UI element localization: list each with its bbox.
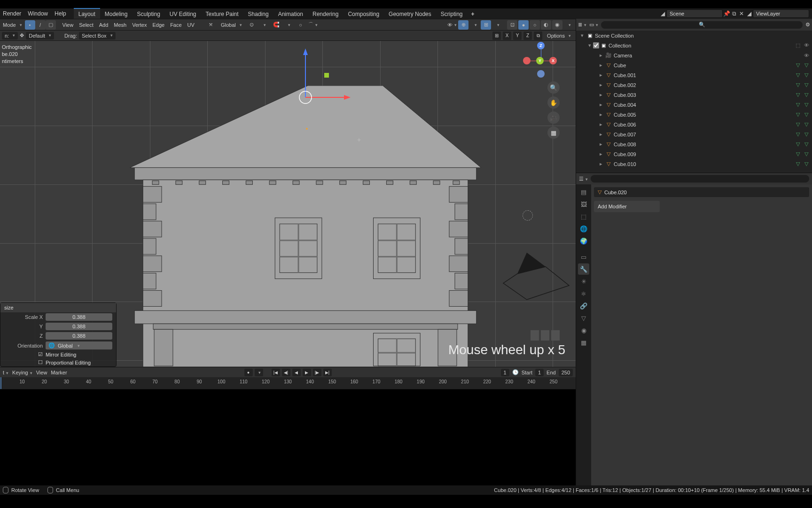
camera-object[interactable]: Camera <box>613 53 803 58</box>
data-icon[interactable]: ▽ <box>794 82 802 88</box>
tab-constraints-icon[interactable]: 🔗 <box>578 300 589 311</box>
axis-z[interactable]: Z <box>523 32 532 40</box>
viewlayer-browse-icon[interactable]: ◢ <box>745 9 753 18</box>
axis-x[interactable]: X <box>503 32 511 40</box>
gizmo-toggle-icon[interactable]: ⊕ <box>458 20 468 30</box>
zoom-icon[interactable]: 🔍 <box>547 81 560 94</box>
mesh-object[interactable]: Cube.002 <box>613 82 794 88</box>
transform-gizmo[interactable] <box>291 46 357 140</box>
pan-icon[interactable]: ✋ <box>547 96 560 109</box>
properties-editor-icon[interactable]: ☰ <box>579 176 588 182</box>
tab-add-workspace[interactable]: + <box>467 8 478 19</box>
autokey-dropdown-icon[interactable] <box>255 369 263 376</box>
menu-render[interactable]: Render <box>3 10 21 17</box>
tab-world-icon[interactable]: 🌍 <box>578 235 589 246</box>
clock-icon[interactable]: 🕓 <box>512 369 519 375</box>
scale-x-field[interactable]: 0.388 <box>46 313 112 321</box>
menu-help[interactable]: Help <box>55 10 66 17</box>
viewport-options[interactable]: Options <box>544 32 574 40</box>
shading-matprev-icon[interactable]: ◐ <box>541 20 551 30</box>
mesh-object[interactable]: Cube.008 <box>613 142 794 147</box>
gizmo-dropdown-icon[interactable] <box>469 20 480 30</box>
data-icon[interactable]: ▽ <box>794 92 802 98</box>
mesh-object[interactable]: Cube <box>613 63 794 68</box>
hide-icon[interactable]: ▽ <box>803 82 810 88</box>
disclosure-icon[interactable]: ▸ <box>598 131 604 137</box>
operator-title[interactable]: size <box>0 303 116 312</box>
gizmo-x-icon[interactable]: X <box>549 57 557 64</box>
gizmo-neg-x-icon[interactable] <box>523 57 531 64</box>
start-frame[interactable]: 1 <box>535 369 544 376</box>
disclosure-icon[interactable]: ▸ <box>598 161 604 167</box>
disclosure-icon[interactable]: ▸ <box>598 151 604 157</box>
tab-rendering[interactable]: Rendering <box>308 8 343 19</box>
data-icon[interactable]: ▽ <box>794 102 802 108</box>
visibility-icon[interactable]: 👁 <box>447 20 457 30</box>
timeline-marker-menu[interactable]: Marker <box>51 370 67 375</box>
disclosure-icon[interactable]: ▸ <box>598 141 604 147</box>
mode-selector[interactable]: Mode <box>0 21 25 29</box>
perspective-icon[interactable]: ▦ <box>547 127 560 139</box>
mesh-object[interactable]: Cube.005 <box>613 112 794 118</box>
playhead[interactable] <box>0 377 1 389</box>
scale-y-field[interactable]: 0.388 <box>46 323 112 330</box>
hide-icon[interactable]: ▽ <box>803 161 810 167</box>
tab-animation[interactable]: Animation <box>273 8 308 19</box>
mesh-object[interactable]: Cube.009 <box>613 151 794 157</box>
proportional-edit-icon[interactable]: ○ <box>296 20 306 30</box>
hide-icon[interactable]: ▽ <box>803 141 810 147</box>
timeline[interactable]: 1020304050607080901001101201301401501601… <box>0 377 576 389</box>
disclosure-icon[interactable]: ▸ <box>598 111 604 118</box>
select-mode-edge-icon[interactable]: / <box>35 20 46 30</box>
mirror-checkbox[interactable]: ☑ <box>4 351 43 357</box>
pivot-dropdown-icon[interactable] <box>259 20 269 30</box>
play-reverse-icon[interactable]: ◀ <box>292 369 301 376</box>
proportional-checkbox[interactable]: ☐ <box>4 359 43 365</box>
jump-start-icon[interactable]: |◀ <box>272 369 280 376</box>
drag-mode[interactable]: Select Box <box>79 32 116 40</box>
orientation-selector[interactable]: Global <box>218 21 245 29</box>
menu-uv[interactable]: UV <box>185 22 197 28</box>
gizmo-neg-z-icon[interactable] <box>537 70 545 78</box>
delete-scene-icon[interactable]: ✕ <box>738 9 745 18</box>
tool-preset-icon[interactable]: ✥ <box>20 32 24 39</box>
tab-particles-icon[interactable]: ✳ <box>578 276 589 287</box>
tab-viewlayer-icon[interactable]: ⬚ <box>578 211 589 222</box>
tab-sculpting[interactable]: Sculpting <box>132 8 164 19</box>
axis-y[interactable]: Y <box>513 32 522 40</box>
disclosure-icon[interactable]: ▸ <box>598 72 604 78</box>
data-icon[interactable]: ▽ <box>794 72 802 78</box>
outliner[interactable]: ▾ ▣ Scene Collection ▾ ▣ Collection ⬚👁 ▸… <box>576 31 812 173</box>
xray-icon[interactable]: ⊡ <box>507 20 517 30</box>
menu-window[interactable]: Window <box>28 10 48 17</box>
add-modifier-button[interactable]: Add Modifier <box>594 201 660 212</box>
outliner-editor-icon[interactable]: ≣ <box>578 22 586 28</box>
disclosure-icon[interactable]: ▸ <box>598 82 604 88</box>
viewlayer-field[interactable]: ViewLayer <box>753 9 809 18</box>
timeline-editor-icon[interactable]: t <box>3 370 8 375</box>
hide-icon[interactable]: ▽ <box>803 92 810 98</box>
overlay-toggle-icon[interactable]: ⊞ <box>481 20 491 30</box>
shading-solid-icon[interactable]: ● <box>518 20 529 30</box>
tab-scripting[interactable]: Scripting <box>436 8 468 19</box>
hide-icon[interactable]: ▽ <box>803 121 810 127</box>
tab-scene-icon[interactable]: 🌐 <box>578 223 589 234</box>
properties-search[interactable] <box>591 175 809 183</box>
disclosure-icon[interactable]: ▸ <box>598 62 604 68</box>
mesh-object[interactable]: Cube.003 <box>613 92 794 98</box>
shading-rendered-icon[interactable]: ◉ <box>552 20 562 30</box>
gizmo-y-icon[interactable]: Y <box>536 57 544 64</box>
disclosure-icon[interactable]: ▸ <box>598 92 604 98</box>
end-frame[interactable]: 250 <box>559 369 573 376</box>
hide-icon[interactable]: ▽ <box>803 62 810 68</box>
tab-geometry-nodes[interactable]: Geometry Nodes <box>384 8 436 19</box>
gizmo-z-icon[interactable]: Z <box>537 42 545 49</box>
hide-icon[interactable]: ▽ <box>803 151 810 157</box>
jump-end-icon[interactable]: ▶| <box>323 369 332 376</box>
tab-texture-icon[interactable]: ▦ <box>578 337 589 348</box>
collection[interactable]: Collection <box>608 43 794 48</box>
outliner-search[interactable]: 🔍 <box>601 21 803 29</box>
outliner-mode-icon[interactable]: ▭ <box>589 22 598 28</box>
scene-collection[interactable]: Scene Collection <box>594 33 810 39</box>
autokey-icon[interactable]: ● <box>244 369 253 376</box>
